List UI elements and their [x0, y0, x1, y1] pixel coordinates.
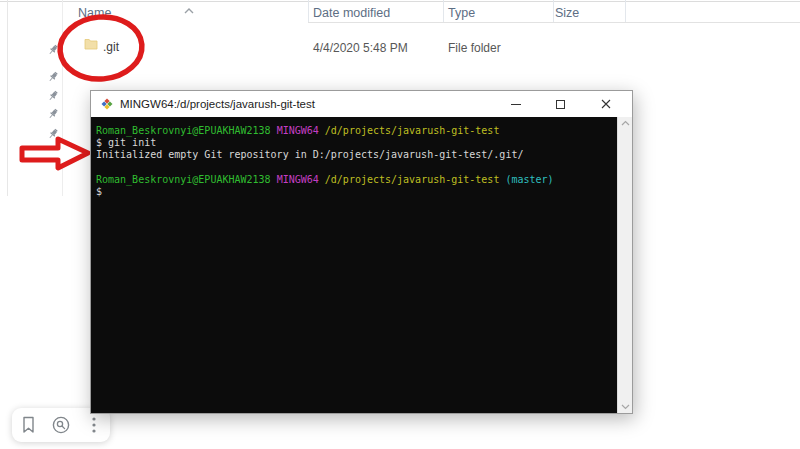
terminal-output: Roman_Beskrovnyi@EPUAKHAW2138 MINGW64 /d… — [91, 117, 617, 413]
bookmark-icon[interactable] — [15, 412, 41, 438]
column-header-type[interactable]: Type — [448, 6, 475, 20]
lens-search-icon[interactable] — [48, 412, 74, 438]
terminal-line — [96, 162, 617, 174]
terminal-titlebar[interactable]: MINGW64:/d/projects/javarush-git-test — [91, 91, 632, 117]
file-row-type: File folder — [448, 41, 501, 55]
terminal-scrollbar[interactable] — [617, 117, 632, 413]
terminal-line: Roman_Beskrovnyi@EPUAKHAW2138 MINGW64 /d… — [96, 174, 617, 186]
maximize-button[interactable] — [538, 91, 583, 117]
header-underline — [308, 22, 800, 23]
close-icon — [601, 99, 611, 109]
close-button[interactable] — [583, 91, 628, 117]
pushpin-icon[interactable] — [46, 89, 60, 103]
file-row-date: 4/4/2020 5:48 PM — [313, 41, 408, 55]
pushpin-icon[interactable] — [46, 43, 60, 57]
terminal-line: $ — [96, 186, 617, 198]
column-separator — [553, 0, 554, 22]
column-header-size[interactable]: Size — [555, 6, 579, 20]
scroll-down-icon — [621, 404, 630, 410]
column-header-name[interactable]: Name — [78, 6, 111, 20]
pushpin-icon[interactable] — [46, 127, 60, 141]
git-bash-window: MINGW64:/d/projects/javarush-git-test Ro… — [90, 90, 633, 414]
more-options-icon[interactable] — [81, 412, 107, 438]
file-row-name[interactable]: .git — [103, 40, 119, 54]
terminal-line: Initialized empty Git repository in D:/p… — [96, 149, 617, 161]
column-separator — [443, 0, 444, 22]
minimize-icon — [511, 104, 521, 105]
terminal-line: $ git init — [96, 137, 617, 149]
terminal-title: MINGW64:/d/projects/javarush-git-test — [120, 98, 315, 110]
maximize-icon — [556, 100, 565, 109]
nav-pane-divider — [62, 0, 63, 196]
terminal-body: Roman_Beskrovnyi@EPUAKHAW2138 MINGW64 /d… — [91, 117, 632, 413]
msys-diamond-icon — [100, 97, 114, 111]
minimize-button[interactable] — [493, 91, 538, 117]
pushpin-icon[interactable] — [46, 107, 60, 121]
scroll-up-icon — [621, 120, 630, 126]
column-separator — [308, 0, 309, 22]
sort-ascending-icon[interactable] — [183, 1, 195, 19]
screen: { "explorer": { "columns": { "name": "Na… — [0, 0, 800, 449]
top-divider — [0, 1, 800, 2]
column-header-date-modified[interactable]: Date modified — [313, 6, 390, 20]
terminal-line: Roman_Beskrovnyi@EPUAKHAW2138 MINGW64 /d… — [96, 125, 617, 137]
nav-pane-inner-divider — [7, 0, 8, 196]
folder-icon — [84, 36, 98, 54]
column-separator — [625, 0, 626, 22]
pushpin-icon[interactable] — [46, 70, 60, 84]
